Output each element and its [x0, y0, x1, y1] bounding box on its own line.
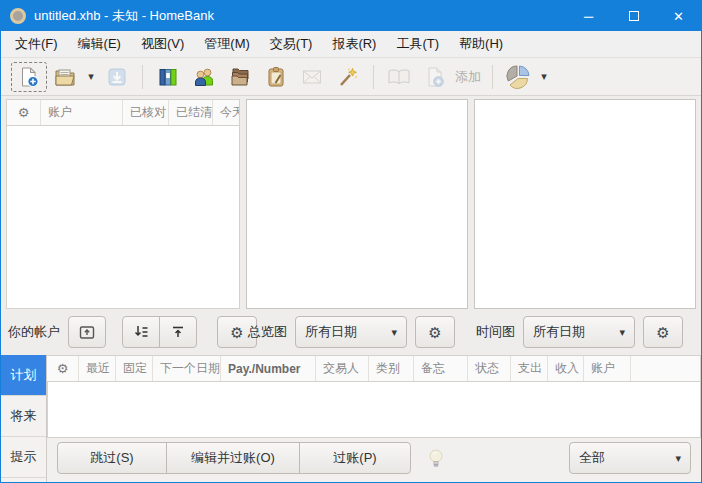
expand-all-icon: [132, 323, 150, 341]
post-button[interactable]: 过账(P): [299, 442, 411, 474]
expand-collapse-group: [122, 316, 197, 348]
column-expense[interactable]: 支出: [511, 356, 548, 381]
homebank-window: untitled.xhb - 未知 - HomeBank ─ ✕ 文件(F) 编…: [0, 0, 702, 483]
open-folder-icon: [54, 66, 76, 88]
ledger-button: [381, 62, 417, 92]
column-status[interactable]: 状态: [468, 356, 511, 381]
tab-scheduled[interactable]: 计划: [1, 355, 46, 396]
new-file-button[interactable]: [11, 62, 47, 92]
gear-icon: ⚙: [230, 325, 243, 340]
close-button[interactable]: ✕: [656, 1, 701, 31]
toolbar: ▾: [1, 58, 701, 96]
open-file-button[interactable]: [47, 62, 83, 92]
menu-edit[interactable]: 编辑(E): [68, 31, 131, 57]
chevron-down-icon: ▾: [391, 327, 397, 338]
window-title: untitled.xhb - 未知 - HomeBank: [34, 7, 214, 25]
accounts-books-icon: [157, 66, 179, 88]
accounts-table-header: ⚙ 账户 已核对 已结清 今天: [6, 99, 240, 126]
bottom-tabs: 计划 将来 提示: [1, 355, 47, 482]
chevron-down-icon: ▾: [88, 71, 94, 82]
scheduled-clipboard-icon: [265, 66, 287, 88]
manage-archives-button[interactable]: [258, 62, 294, 92]
new-file-icon: [18, 66, 40, 88]
skip-button[interactable]: 跳过(S): [57, 442, 167, 474]
collapse-all-icon: [169, 323, 187, 341]
scheduled-filter-select[interactable]: 全部 ▾: [569, 442, 691, 474]
open-recent-dropdown-button[interactable]: ▾: [83, 62, 99, 92]
overview-range-value: 所有日期: [305, 323, 357, 341]
manage-payees-button[interactable]: [186, 62, 222, 92]
overview-panel: 总览图 所有日期 ▾ ⚙: [246, 99, 468, 351]
chevron-down-icon: ▾: [675, 453, 681, 464]
scheduled-table-header: ⚙ 最近 固定 下一个日期 Pay./Number 交易人 类别 备忘 状态 支…: [47, 355, 701, 382]
tab-tips[interactable]: 提示: [1, 437, 46, 478]
reports-button[interactable]: [500, 62, 536, 92]
time-panel: 时间图 所有日期 ▾ ⚙: [474, 99, 696, 351]
accounts-list[interactable]: [6, 126, 240, 309]
menu-manage[interactable]: 管理(M): [194, 31, 260, 57]
close-icon: ✕: [673, 9, 684, 24]
menu-file[interactable]: 文件(F): [5, 31, 68, 57]
save-icon: [106, 66, 128, 88]
menu-transaction[interactable]: 交易(T): [260, 31, 323, 57]
bottom-section: 计划 将来 提示 ⚙ 最近 固定 下一个日期 Pay./Number 交易人 类…: [1, 355, 701, 482]
column-payee[interactable]: 交易人: [316, 356, 369, 381]
overview-settings-button[interactable]: ⚙: [415, 316, 455, 348]
column-cleared[interactable]: 已结清: [169, 100, 213, 125]
tab-future[interactable]: 将来: [1, 396, 46, 437]
column-income[interactable]: 收入: [548, 356, 584, 381]
menu-help[interactable]: 帮助(H): [449, 31, 513, 57]
save-file-button: [99, 62, 135, 92]
time-label: 时间图: [476, 323, 515, 341]
time-range-select[interactable]: 所有日期 ▾: [523, 316, 635, 348]
mail-envelope-icon: [301, 66, 323, 88]
minimize-button[interactable]: ─: [566, 1, 611, 31]
collapse-all-button[interactable]: [159, 316, 197, 348]
scheduled-list[interactable]: [47, 382, 701, 438]
manage-accounts-button[interactable]: [150, 62, 186, 92]
assistant-wand-button[interactable]: [330, 62, 366, 92]
column-today[interactable]: 今天: [213, 100, 239, 125]
homebank-app-icon: [10, 8, 26, 24]
chevron-down-icon: ▾: [541, 71, 547, 82]
column-late[interactable]: 最近: [79, 356, 116, 381]
column-fixed[interactable]: 固定: [116, 356, 153, 381]
scheduled-panel: ⚙ 最近 固定 下一个日期 Pay./Number 交易人 类别 备忘 状态 支…: [47, 355, 701, 482]
overview-chart: [246, 99, 468, 309]
scheduled-filter-value: 全部: [579, 449, 605, 467]
menu-tools[interactable]: 工具(T): [386, 31, 449, 57]
column-pay-number[interactable]: Pay./Number: [221, 356, 316, 381]
main-area: ⚙ 账户 已核对 已结清 今天 你的帐户: [1, 96, 701, 355]
open-book-icon: [387, 66, 411, 88]
reveal-panel-icon: [78, 323, 96, 341]
scheduled-columns-gear-button[interactable]: ⚙: [47, 356, 79, 381]
toolbar-separator: [492, 65, 493, 89]
time-settings-button[interactable]: ⚙: [643, 316, 683, 348]
pie-chart-icon: [505, 64, 531, 90]
time-range-value: 所有日期: [533, 323, 585, 341]
add-transaction-button: [417, 62, 453, 92]
column-reconciled[interactable]: 已核对: [123, 100, 169, 125]
column-account[interactable]: 账户: [584, 356, 631, 381]
expand-all-button[interactable]: [122, 316, 160, 348]
column-memo[interactable]: 备忘: [414, 356, 468, 381]
column-category[interactable]: 类别: [369, 356, 414, 381]
manage-categories-button[interactable]: [222, 62, 258, 92]
gear-icon: ⚙: [428, 325, 441, 340]
accounts-columns-gear-button[interactable]: ⚙: [7, 100, 41, 125]
menu-view[interactable]: 视图(V): [131, 31, 194, 57]
tip-lightbulb-icon: [427, 448, 445, 468]
gear-icon: ⚙: [656, 325, 669, 340]
column-account[interactable]: 账户: [41, 100, 123, 125]
scheduled-footer: 跳过(S) 编辑并过账(O) 过账(P) 全部 ▾: [47, 438, 701, 482]
accounts-footer-label: 你的帐户: [8, 323, 60, 341]
reports-dropdown-button[interactable]: ▾: [536, 62, 552, 92]
add-transaction-icon: [424, 66, 446, 88]
maximize-button[interactable]: [611, 1, 656, 31]
chevron-down-icon: ▾: [619, 327, 625, 338]
menu-reports[interactable]: 报表(R): [322, 31, 386, 57]
edit-and-post-button[interactable]: 编辑并过账(O): [166, 442, 300, 474]
overview-range-select[interactable]: 所有日期 ▾: [295, 316, 407, 348]
show-all-accounts-button[interactable]: [68, 316, 106, 348]
column-next-date[interactable]: 下一个日期: [153, 356, 221, 381]
